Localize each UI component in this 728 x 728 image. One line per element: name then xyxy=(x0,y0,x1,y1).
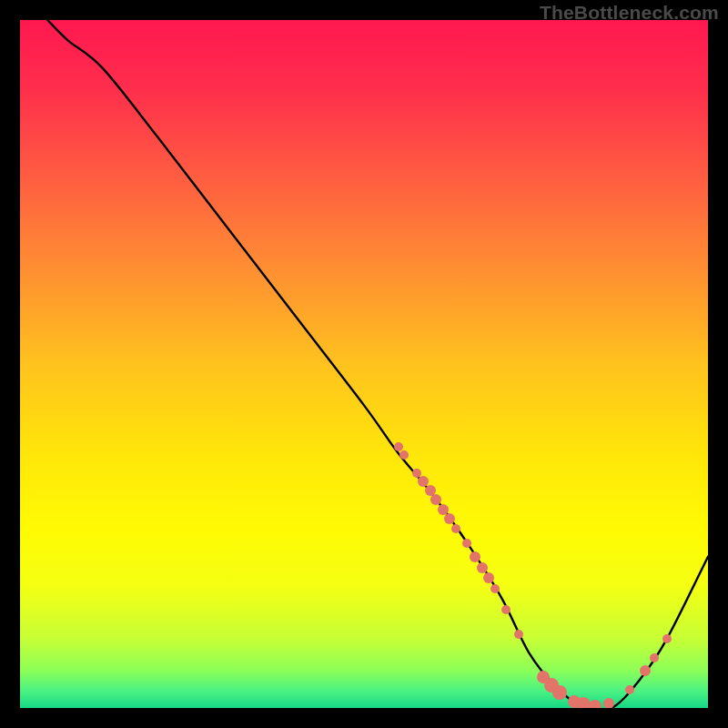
data-marker xyxy=(444,513,455,524)
data-marker xyxy=(650,653,659,662)
data-marker xyxy=(501,605,511,614)
data-marker xyxy=(662,634,672,643)
data-marker xyxy=(462,539,471,548)
plot-area xyxy=(20,20,708,708)
data-marker xyxy=(477,562,488,573)
background-gradient xyxy=(20,20,708,708)
watermark-text: TheBottleneck.com xyxy=(540,2,719,24)
data-marker xyxy=(589,700,602,708)
data-marker xyxy=(625,685,634,694)
data-marker xyxy=(640,665,651,676)
data-marker xyxy=(399,450,409,460)
data-marker xyxy=(514,630,523,639)
data-marker xyxy=(490,584,500,593)
data-marker xyxy=(603,698,614,708)
data-marker xyxy=(470,551,480,562)
data-marker xyxy=(451,524,460,533)
data-marker xyxy=(483,572,494,583)
svg-rect-0 xyxy=(20,20,708,708)
chart-root: TheBottleneck.com xyxy=(0,0,728,728)
data-marker xyxy=(552,685,567,700)
